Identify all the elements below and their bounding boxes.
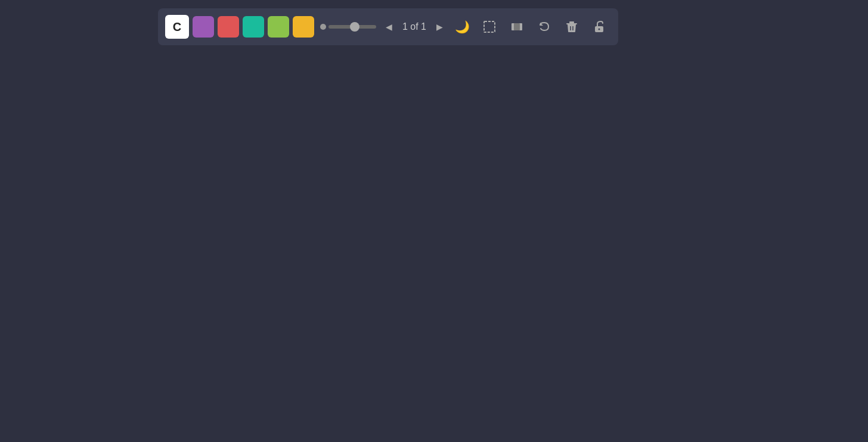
slider-track[interactable] — [328, 25, 376, 29]
selection-button[interactable] — [478, 15, 501, 39]
svg-rect-4 — [569, 21, 574, 23]
page-indicator: 1 of 1 — [399, 21, 429, 32]
unlock-icon — [593, 20, 605, 33]
undo-icon — [538, 20, 551, 33]
copy-label: C — [173, 20, 181, 34]
slider-container — [320, 24, 376, 30]
layers-button[interactable] — [505, 15, 529, 39]
dark-mode-button[interactable]: 🌙 — [450, 15, 474, 39]
svg-rect-0 — [484, 21, 495, 32]
color-swatch-red[interactable] — [218, 16, 239, 38]
prev-page-button[interactable]: ◀ — [382, 20, 396, 34]
undo-button[interactable] — [532, 15, 556, 39]
moon-icon: 🌙 — [455, 20, 470, 34]
lock-button[interactable] — [587, 15, 611, 39]
svg-point-8 — [599, 29, 600, 30]
selection-icon — [483, 20, 496, 33]
layers-icon — [510, 20, 523, 33]
color-swatch-teal[interactable] — [243, 16, 264, 38]
next-page-button[interactable]: ▶ — [433, 20, 447, 34]
svg-rect-2 — [514, 23, 520, 30]
color-swatch-green[interactable] — [268, 16, 289, 38]
slider-min-dot — [320, 24, 326, 30]
color-swatch-purple[interactable] — [193, 16, 214, 38]
toolbar: C ◀ 1 of 1 ▶ 🌙 — [158, 8, 618, 45]
copy-button[interactable]: C — [165, 15, 189, 39]
trash-icon — [566, 20, 578, 33]
next-arrow-icon: ▶ — [436, 22, 443, 32]
color-swatch-yellow[interactable] — [293, 16, 314, 38]
svg-rect-3 — [566, 23, 577, 24]
prev-arrow-icon: ◀ — [386, 22, 392, 32]
delete-button[interactable] — [560, 15, 584, 39]
slider-thumb[interactable] — [350, 22, 359, 32]
